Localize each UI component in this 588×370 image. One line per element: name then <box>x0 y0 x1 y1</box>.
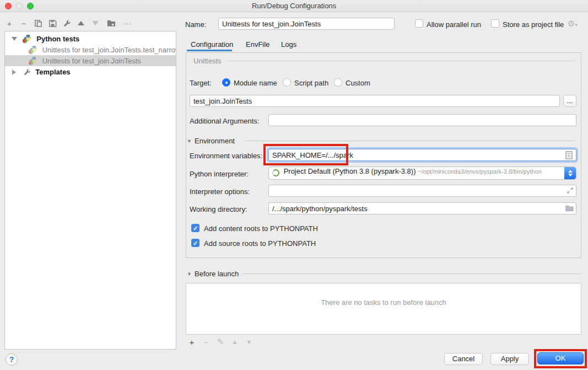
window-title: Run/Debug Configurations <box>0 0 588 12</box>
add-configuration-button[interactable]: + <box>3 17 15 29</box>
configurations-tree: Python tests Unittests for test_join.Joi… <box>4 31 176 350</box>
plus-icon: + <box>7 19 12 28</box>
edit-task-button[interactable]: ✎ <box>215 337 226 347</box>
environment-variables-label: Environment variables: <box>190 151 262 161</box>
ok-button[interactable]: OK <box>537 352 584 364</box>
move-up-icon: ▲ <box>232 339 238 345</box>
tree-item-label: Templates <box>35 68 70 76</box>
tree-item-label: Unittests for test_join.JoinTests <box>42 57 141 65</box>
save-icon <box>48 19 57 28</box>
move-down-icon <box>92 21 99 25</box>
target-label: Target: <box>190 78 212 88</box>
content-roots-checkbox[interactable]: ✓ <box>191 224 199 232</box>
create-folder-button[interactable] <box>105 17 117 29</box>
wrench-icon <box>63 19 71 28</box>
cancel-button[interactable]: Cancel <box>444 353 483 365</box>
sort-configurations-button[interactable]: ↓a z <box>121 17 133 29</box>
name-label: Name: <box>185 20 206 30</box>
radio-module-name-label: Module name <box>234 78 277 88</box>
python-tests-icon <box>24 34 31 42</box>
env-list-icon[interactable] <box>565 151 573 159</box>
move-up-button[interactable] <box>75 17 87 29</box>
browse-module-button[interactable]: ... <box>563 95 576 107</box>
before-launch-task-list <box>186 283 581 335</box>
remove-task-button[interactable]: − <box>201 337 212 347</box>
tree-item-python-tests[interactable]: Python tests <box>5 33 176 44</box>
environment-section-label: Environment <box>195 136 235 146</box>
question-icon: ? <box>9 355 14 364</box>
templates-wrench-icon <box>23 68 31 76</box>
radio-custom[interactable] <box>334 78 342 87</box>
python-interpreter-label: Python interpreter: <box>190 169 249 179</box>
gear-icon[interactable]: ⚙▾ <box>568 19 578 29</box>
help-button[interactable]: ? <box>6 353 18 366</box>
empty-tasks-message: There are no tasks to run before launch <box>186 298 581 307</box>
working-directory-input[interactable] <box>268 202 576 215</box>
store-as-project-file-label: Store as project file <box>503 20 564 30</box>
content-roots-label: Add content roots to PYTHONPATH <box>204 224 318 234</box>
radio-script-path[interactable] <box>283 78 291 87</box>
copy-icon <box>34 19 42 28</box>
combo-arrows-icon[interactable] <box>564 167 576 179</box>
allow-parallel-run-label: Allow parallel run <box>427 20 481 30</box>
check-icon: ✓ <box>193 240 198 246</box>
store-as-project-file-checkbox[interactable] <box>491 19 499 28</box>
tab-logs[interactable]: Logs <box>281 39 296 50</box>
python-interpreter-path: ~/opt/miniconda3/envs/pyspark-3.8/bin/py… <box>418 168 542 175</box>
radio-module-name[interactable] <box>222 78 230 87</box>
source-roots-checkbox[interactable]: ✓ <box>191 239 199 247</box>
tests-badge-icon <box>23 39 27 43</box>
collapse-icon[interactable] <box>12 37 17 41</box>
section-divider <box>245 141 575 141</box>
allow-parallel-run-checkbox[interactable] <box>415 19 423 28</box>
move-task-down-button[interactable]: ▼ <box>244 337 255 347</box>
tree-item-templates[interactable]: Templates <box>5 66 176 77</box>
environment-variables-input[interactable] <box>268 149 576 161</box>
tree-item-label: Unittests for test_join.JoinTests.test_n… <box>42 46 176 54</box>
additional-arguments-input[interactable] <box>268 114 576 126</box>
python-test-icon <box>30 45 37 53</box>
move-up-icon <box>78 21 84 25</box>
sort-az-icon: ↓a z <box>122 20 131 26</box>
add-task-button[interactable]: + <box>186 337 197 347</box>
move-task-up-button[interactable]: ▲ <box>229 337 240 347</box>
conda-env-icon <box>272 169 279 176</box>
section-divider <box>228 61 575 61</box>
minus-icon: − <box>21 19 26 28</box>
active-tab-underline <box>187 50 232 51</box>
move-down-icon: ▼ <box>246 339 252 345</box>
tree-item-jointests-selected[interactable]: Unittests for test_join.JoinTests <box>5 55 176 66</box>
section-divider <box>242 274 581 274</box>
module-name-input[interactable] <box>190 95 560 107</box>
working-directory-label: Working directory: <box>190 205 247 215</box>
interpreter-options-input[interactable] <box>268 185 576 197</box>
before-launch-collapse-icon[interactable]: ▼ <box>187 269 192 279</box>
edit-templates-button[interactable] <box>61 17 73 29</box>
move-down-button[interactable] <box>89 17 101 29</box>
python-interpreter-select[interactable]: Project Default (Python 3.8 (pyspark-3.8… <box>268 167 576 180</box>
apply-button[interactable]: Apply <box>490 353 529 365</box>
folder-plus-icon <box>107 19 116 27</box>
tree-item-label: Python tests <box>36 35 79 43</box>
tab-configuration[interactable]: Configuration <box>191 39 233 50</box>
run-debug-configurations-window: Run/Debug Configurations + − ↓a z Python… <box>0 0 588 370</box>
python-test-icon <box>30 56 37 64</box>
browse-folder-icon[interactable] <box>565 205 574 212</box>
copy-configuration-button[interactable] <box>32 17 44 29</box>
check-icon: ✓ <box>193 225 198 232</box>
tree-item-test-narrow[interactable]: Unittests for test_join.JoinTests.test_n… <box>5 44 176 55</box>
source-roots-label: Add source roots to PYTHONPATH <box>204 239 316 249</box>
before-launch-label: Before launch <box>195 269 239 279</box>
tab-envfile[interactable]: EnvFile <box>246 39 269 50</box>
interpreter-options-label: Interpreter options: <box>190 187 250 197</box>
additional-arguments-label: Additional Arguments: <box>190 116 259 126</box>
expand-icon[interactable] <box>12 69 16 75</box>
name-input[interactable] <box>218 18 395 30</box>
expand-field-icon[interactable] <box>567 187 574 194</box>
unittests-section-label: Unittests <box>193 57 222 65</box>
remove-configuration-button[interactable]: − <box>18 17 30 29</box>
save-configuration-button[interactable] <box>46 17 58 29</box>
radio-script-path-label: Script path <box>294 78 328 88</box>
plus-icon: + <box>190 337 195 347</box>
environment-collapse-icon[interactable]: ▼ <box>187 136 192 146</box>
